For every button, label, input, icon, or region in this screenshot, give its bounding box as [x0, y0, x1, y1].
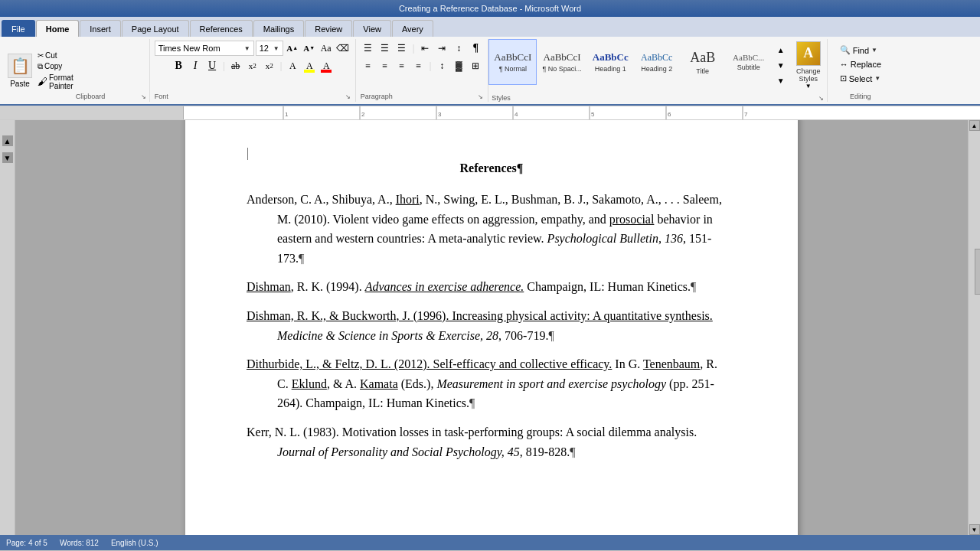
styles-expand-icon[interactable]: ↘	[818, 95, 824, 102]
cut-button[interactable]: ✂ Cut	[35, 51, 76, 60]
replace-icon: ↔	[840, 60, 848, 69]
scroll-down-button[interactable]: ▼	[969, 524, 980, 535]
window-title: Creating a Reference Database - Microsof…	[399, 4, 581, 13]
styles-scroll-up[interactable]: ▲	[773, 42, 789, 57]
tab-home[interactable]: Home	[36, 20, 80, 37]
styles-scroll-down[interactable]: ▼	[773, 57, 789, 73]
word-count: Words: 812	[60, 539, 99, 547]
text-effects-button[interactable]: A	[285, 58, 300, 73]
tab-references[interactable]: References	[190, 20, 253, 37]
clipboard-label: Clipboard	[76, 93, 106, 100]
style-heading2-preview: AaBbCc	[641, 52, 672, 64]
cursor-position: |	[247, 144, 249, 162]
page-info: Page: 4 of 5	[6, 539, 47, 547]
shading-button[interactable]: ▓	[451, 58, 466, 73]
find-button[interactable]: 🔍 Find ▼	[837, 44, 884, 57]
references-heading: References¶	[247, 159, 737, 178]
multilevel-list-button[interactable]: ☰	[394, 41, 410, 56]
line-spacing-button[interactable]: ↕	[434, 58, 449, 73]
ref4-text: Dithurbide, L., & Feltz, D. L. (2012). S…	[247, 354, 737, 374]
align-center-button[interactable]: ≡	[377, 58, 393, 73]
ref1-text: Anderson, C. A., Shibuya, A., Ihori, N.,…	[247, 190, 737, 268]
font-size-selector[interactable]: 12 ▼	[256, 41, 283, 56]
tab-avery[interactable]: Avery	[392, 20, 433, 37]
style-title-label: Title	[696, 67, 709, 75]
svg-text:7: 7	[744, 111, 748, 118]
document-page[interactable]: | References¶ Anderson, C. A., Shibuya, …	[185, 120, 798, 535]
sort-button[interactable]: ↕	[451, 41, 466, 56]
font-color-button[interactable]: A	[318, 58, 334, 73]
nav-arrow-down[interactable]: ▼	[2, 152, 13, 163]
align-right-button[interactable]: ≡	[394, 58, 410, 73]
style-normal[interactable]: AaBbCcI ¶ Normal	[488, 39, 537, 85]
increase-font-button[interactable]: A▲	[285, 41, 300, 56]
bold-button[interactable]: B	[171, 58, 186, 73]
strikethrough-button[interactable]: ab	[228, 58, 243, 73]
replace-button[interactable]: ↔ Replace	[837, 58, 884, 70]
decrease-font-button[interactable]: A▼	[302, 41, 317, 56]
decrease-indent-button[interactable]: ⇤	[417, 41, 433, 56]
style-heading1-preview: AaBbCc	[593, 51, 629, 64]
style-heading1[interactable]: AaBbCc Heading 1	[587, 39, 634, 85]
justify-button[interactable]: ≡	[411, 58, 426, 73]
italic-button[interactable]: I	[188, 58, 203, 73]
style-title-preview: AaB	[690, 50, 715, 66]
scroll-up-button[interactable]: ▲	[969, 120, 980, 131]
change-case-button[interactable]: Aa	[318, 41, 334, 56]
clear-format-button[interactable]: ⌫	[335, 41, 351, 56]
style-no-spacing[interactable]: AaBbCcI ¶ No Spaci...	[537, 39, 586, 85]
paste-button[interactable]: 📋 Paste	[6, 41, 34, 100]
paragraph-group: ☰ ☰ ☰ | ⇤ ⇥ ↕ ¶ ≡ ≡ ≡ ≡ | ↕ ▓ ⊞ Paragrap…	[356, 39, 489, 102]
select-icon: ⊡	[840, 73, 847, 83]
doc-scroll[interactable]: | References¶ Anderson, C. A., Shibuya, …	[15, 120, 968, 535]
tab-page-layout[interactable]: Page Layout	[122, 20, 189, 37]
svg-text:6: 6	[668, 111, 671, 118]
borders-button[interactable]: ⊞	[468, 58, 483, 73]
right-scrollbar[interactable]: ▲ ▼	[968, 120, 980, 535]
nav-arrow-up[interactable]: ▲	[2, 135, 13, 146]
change-styles-button[interactable]: A ChangeStyles ▼	[790, 39, 827, 91]
scroll-thumb[interactable]	[975, 249, 981, 295]
ref5-continuation: Journal of Personality and Social Psycho…	[247, 442, 737, 462]
align-left-button[interactable]: ≡	[361, 58, 376, 73]
style-no-spacing-preview: AaBbCcI	[544, 51, 581, 64]
show-marks-button[interactable]: ¶	[468, 41, 483, 56]
superscript-button[interactable]: x2	[262, 58, 277, 73]
text-highlight-button[interactable]: A	[302, 58, 317, 73]
ribbon: 📋 Paste ✂ Cut ⧉ Copy 🖌 Format Painter Cl	[0, 37, 980, 106]
font-group-label: Font ↘	[155, 91, 351, 100]
clipboard-expand[interactable]: ↘	[141, 93, 146, 100]
tab-view[interactable]: View	[353, 20, 391, 37]
subscript-button[interactable]: x2	[245, 58, 260, 73]
underline-button[interactable]: U	[204, 58, 220, 73]
bullets-button[interactable]: ☰	[361, 41, 376, 56]
ribbon-content: 📋 Paste ✂ Cut ⧉ Copy 🖌 Format Painter Cl	[0, 37, 980, 106]
para-row2: ≡ ≡ ≡ ≡ | ↕ ▓ ⊞	[361, 58, 484, 73]
increase-indent-button[interactable]: ⇥	[434, 41, 449, 56]
font-expand-icon[interactable]: ↘	[345, 93, 351, 100]
paragraph-expand-icon[interactable]: ↘	[478, 93, 483, 100]
style-heading1-label: Heading 1	[595, 65, 626, 73]
format-painter-button[interactable]: 🖌 Format Painter	[35, 73, 76, 91]
select-button[interactable]: ⊡ Select ▼	[837, 72, 884, 85]
style-heading2[interactable]: AaBbCc Heading 2	[634, 39, 680, 85]
ref-entry-4: Dithurbide, L., & Feltz, D. L. (2012). S…	[247, 354, 737, 413]
style-subtitle[interactable]: AaBbC... Subtitle	[726, 39, 772, 85]
style-title[interactable]: AaB Title	[680, 39, 726, 85]
ref3-text: Dishman, R. K., & Buckworth, J. (1996). …	[247, 306, 737, 326]
ruler-marks: 1 2 3 4 5 6 7	[184, 106, 980, 119]
tab-mailings[interactable]: Mailings	[253, 20, 304, 37]
font-name-selector[interactable]: Times New Rom ▼	[155, 41, 254, 56]
styles-expand[interactable]: ▼	[773, 73, 789, 88]
numbering-button[interactable]: ☰	[377, 41, 393, 56]
tab-insert[interactable]: Insert	[80, 20, 121, 37]
copy-button[interactable]: ⧉ Copy	[35, 61, 76, 72]
ref-entry-5: Kerr, N. L. (1983). Motivation losses in…	[247, 422, 737, 461]
tab-file[interactable]: File	[2, 20, 35, 37]
svg-text:4: 4	[514, 111, 518, 118]
change-styles-arrow: ▼	[805, 83, 812, 90]
font-row2: B I U | ab x2 x2 | A A A	[171, 58, 334, 73]
size-dropdown-arrow: ▼	[273, 45, 279, 52]
tab-review[interactable]: Review	[305, 20, 352, 37]
copy-icon: ⧉	[38, 62, 43, 71]
